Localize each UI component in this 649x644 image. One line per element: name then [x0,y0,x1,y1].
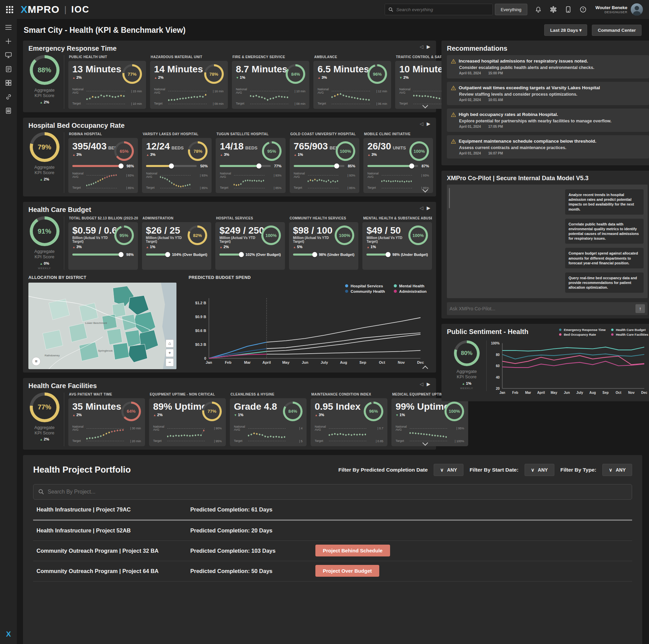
search-scope-button[interactable]: Everything [495,4,527,15]
slider-thumb[interactable] [119,164,124,169]
app-grid-icon[interactable] [6,6,13,13]
kpi-card[interactable]: ROBINA HOSPITAL395/403BEDS▲ 3%65%98%Nati… [68,132,138,193]
date-range-button[interactable]: Last 28 Days ▾ [544,24,587,36]
card-pager[interactable]: ◁ ▶ [420,205,431,211]
card-pager[interactable]: ◁ ▶ [420,44,431,49]
search-input[interactable] [396,7,489,12]
slider-thumb[interactable] [239,252,244,257]
slider-thumb[interactable] [312,252,317,257]
project-row[interactable]: Health Infrastructure | Project 79ACPred… [33,500,632,521]
project-search-input[interactable] [48,489,627,495]
map-zoom-in-button[interactable]: + [166,349,174,357]
kpi-card[interactable]: TUGUN SATELLITE HOSPITAL14/18BEDS▲ 3%95%… [216,132,285,193]
card-pager[interactable]: ◁ ▶ [420,381,431,387]
trend-arrow-icon: ▲ [146,245,149,249]
pager-right-icon[interactable]: ▶ [427,44,431,49]
project-row[interactable]: Community Outreach Program | Project 64 … [33,561,632,581]
scrollbar[interactable] [449,188,450,208]
kpi-card[interactable]: GOLD COAST UNIVERSITY HOSPITAL765/903BED… [290,132,359,193]
project-status-badge[interactable]: Project Over Budget [315,565,379,577]
kpi-slider[interactable] [146,254,169,256]
kpi-card[interactable]: MENTAL HEALTH & SUBSTANCE ABUSE$49 / 50M… [362,216,432,270]
slider-thumb[interactable] [118,252,123,257]
kpi-card[interactable]: PUBLIC HEALTH UNIT13 Minutes▲ 2%77%Natio… [68,55,146,109]
kpi-card[interactable]: MOBILE CLINIC INITIATIVE26/30UNITS▲ 3%10… [363,132,433,193]
notifications-bell-icon[interactable] [535,6,542,13]
slider-thumb[interactable] [386,252,391,257]
project-status-badge[interactable]: Project Behind Schedule [315,545,390,556]
kpi-card[interactable]: AMBULANCE6.5 Minutes▲ 3%96%National AVG|… [313,55,391,109]
kpi-slider[interactable] [294,165,344,167]
recommendation-item[interactable]: Equipment maintenance schedule complianc… [447,135,649,159]
pager-left-icon[interactable]: ◁ [420,121,425,126]
copilot-send-button[interactable]: ↑ [635,304,645,313]
project-search[interactable] [33,484,632,500]
filter-type-button[interactable]: ∨ANY [602,464,632,476]
kpi-card[interactable]: MAINTENANCE CONDITION INDEX0.95 Index▲ 3… [311,392,387,446]
copilot-suggestion-chip[interactable]: Analyze recent trends in hospital admiss… [565,189,644,215]
pager-left-icon[interactable]: ◁ [420,44,425,49]
mobile-device-icon[interactable] [564,6,572,13]
link-icon[interactable] [3,92,14,102]
kpi-slider[interactable] [219,254,242,256]
xmpro-x-logo[interactable]: X [0,630,17,639]
report-icon[interactable] [3,64,14,74]
menu-icon[interactable] [3,22,14,32]
pager-right-icon[interactable]: ▶ [427,205,431,211]
avatar[interactable] [631,3,643,16]
kpi-card[interactable]: CLEANLINESS & HYGINEGrade 4.8▼ 1%84%Nati… [230,392,307,446]
map-layers-button[interactable]: ≡ [32,357,41,366]
recommendation-item[interactable]: High bed occupancy rates at Robina Hospi… [447,109,649,132]
kpi-slider[interactable] [220,165,270,167]
kpi-slider[interactable] [72,254,123,256]
kpi-card[interactable]: HOSPITAL SERVICES$249 / 250Million (Actu… [215,216,285,270]
kpi-slider[interactable] [366,254,389,256]
dashboard-blocks-icon[interactable] [3,78,14,88]
command-center-button[interactable]: Command Center [592,25,642,36]
copilot-input[interactable] [450,306,633,311]
district-map[interactable]: Lower BeechmontSpringbrookRathdowney⌂+−≡ [28,283,176,369]
slider-thumb[interactable] [257,164,262,169]
copilot-suggestion-chip[interactable]: Correlate public health data with enviro… [565,219,644,244]
recommendation-item[interactable]: Outpatient wait times exceeding targets … [447,82,649,105]
kpi-slider[interactable] [72,165,123,167]
pager-left-icon[interactable]: ◁ [420,205,425,211]
gauge-value: 95% [264,143,280,159]
kpi-card[interactable]: FIRE & EMERGENCY SERVICE8.7 Minutes▼ 1%8… [232,55,310,109]
kpi-slider[interactable] [146,165,197,167]
map-home-button[interactable]: ⌂ [166,339,174,348]
filter-start-date-button[interactable]: ∨ANY [525,464,554,476]
pager-right-icon[interactable]: ▶ [427,121,431,126]
help-icon[interactable]: ? [579,6,587,13]
calculator-icon[interactable] [3,105,14,116]
kpi-card[interactable]: ADMINISTRATION$26 / 25Million (Actual Vs… [142,216,212,270]
display-icon[interactable] [3,50,14,60]
project-row[interactable]: Health Infrastructure | Project 52ABPred… [33,521,632,541]
kpi-slider[interactable] [293,254,315,256]
slider-thumb[interactable] [169,164,174,169]
kpi-card[interactable]: COMMUNITY HEALTH SERVICES$98 / 100Millio… [289,216,359,270]
kpi-card[interactable]: VARSITY LAKES DAY HOSPITAL12/24BEDS▲ 3%7… [142,132,212,193]
filter-completion-date-button[interactable]: ∨ANY [434,464,463,476]
kpi-card[interactable]: HAZARDOUS MATERIAL UNIT14 Minutes▲ 2%78%… [150,55,228,109]
copilot-suggestion-chip[interactable]: Compare budget spend against allocated a… [565,248,644,268]
kpi-card[interactable]: AVG PATIENT WAIT TIME35 Minutes▲ 2%64%Na… [68,392,145,446]
copilot-suggestion-chip[interactable]: Query real-time bed occupancy data and p… [565,272,644,293]
card-pager[interactable]: ◁ ▶ [420,121,431,126]
map-zoom-out-button[interactable]: − [166,358,174,366]
add-icon[interactable] [3,36,14,46]
project-row[interactable]: Community Outreach Program | Project 32 … [33,541,632,561]
slider-thumb[interactable] [334,164,339,169]
pager-left-icon[interactable]: ◁ [420,381,425,387]
kpi-card[interactable]: TOTAL BUDGET $2.13 BILLION (2023-2024)$0… [68,216,138,270]
user-block[interactable]: Wouter Beneke DESIGNUSER [596,5,627,14]
kpi-slider[interactable] [367,165,418,167]
gauge-value: 65% [116,143,132,159]
slider-thumb[interactable] [409,164,414,169]
recommendation-item[interactable]: Increased hospital admissions for respir… [447,55,649,78]
settings-gear-icon[interactable] [550,6,557,13]
kpi-card[interactable]: EQUIPMENT UPTIME - NON CRITICAL89% Uptim… [149,392,226,446]
pager-right-icon[interactable]: ▶ [427,381,431,387]
slider-thumb[interactable] [165,252,170,257]
global-search[interactable] [385,4,493,15]
